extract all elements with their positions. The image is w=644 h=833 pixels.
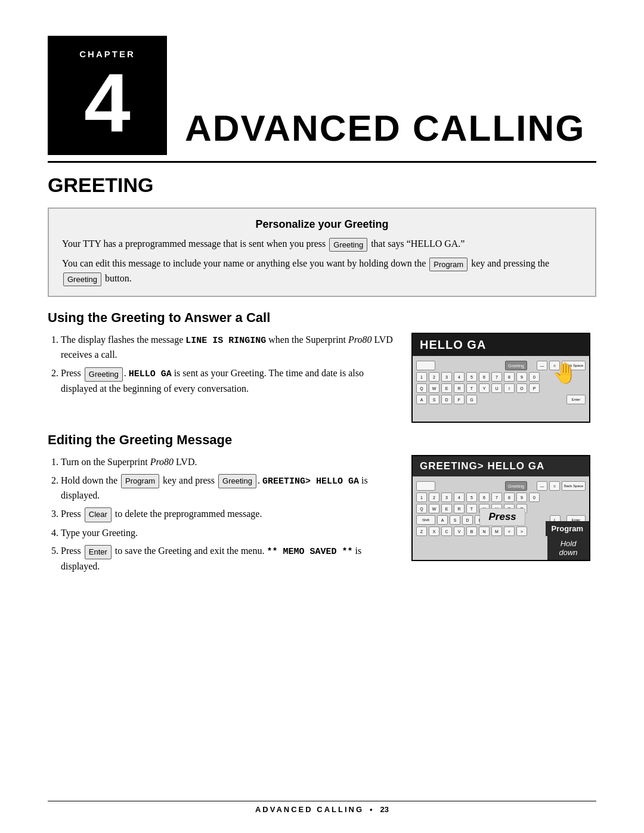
key-6: 6 — [479, 372, 490, 382]
key2-m: M — [491, 527, 502, 536]
key2-a: A — [437, 515, 448, 525]
key2-z: Z — [416, 527, 427, 536]
press-overlay: Press — [479, 508, 525, 526]
key2-4: 4 — [454, 493, 465, 502]
kb-row-3: A S D F G Enter — [416, 395, 586, 404]
key2-8: 8 — [504, 493, 515, 502]
kb-row2-1: 1 2 3 4 5 6 7 8 9 0 — [416, 493, 586, 502]
key2-5: 5 — [466, 493, 477, 502]
key-y: Y — [479, 383, 490, 393]
key-a: A — [416, 395, 427, 404]
program-key-inline: Program — [429, 258, 467, 272]
using-greeting-section: The display flashes the message LINE IS … — [48, 333, 596, 423]
key2-lt: < — [504, 527, 515, 536]
key-3: 3 — [441, 372, 452, 382]
program-label-overlay: Program — [546, 521, 589, 536]
keyboard-body-1: Greeting — = Back Space 1 2 3 4 5 6 — [413, 356, 589, 422]
using-greeting-heading: Using the Greeting to Answer a Call — [48, 310, 596, 326]
footer-content: ADVANCED CALLING • 23 — [48, 805, 596, 814]
hello-ga-screen: HELLO GA — [413, 334, 589, 356]
key2-q: Q — [416, 504, 427, 513]
chapter-title: ADVANCED CALLING — [185, 107, 586, 155]
editing-greeting-text: Turn on the Superprint Pro80 LVD. Hold d… — [48, 455, 395, 580]
footer-title: ADVANCED CALLING — [255, 805, 364, 814]
key-t: T — [466, 383, 477, 393]
key-p: P — [529, 383, 540, 393]
edit-step-4: Type your Greeting. — [61, 526, 395, 541]
key2-r: R — [454, 504, 465, 513]
dash-key2: — — [537, 481, 547, 491]
page: CHAPTER 4 ADVANCED CALLING GREETING Pers… — [0, 0, 644, 833]
key2-x: X — [429, 527, 439, 536]
enter-key: Enter — [566, 395, 586, 404]
editing-greeting-heading: Editing the Greeting Message — [48, 432, 596, 448]
greeting-key-step2b: Greeting — [218, 474, 256, 488]
keyboard-diagram-2: GREETING> HELLO GA Greeting — = Back Spa… — [411, 455, 596, 580]
caps-lock-key — [416, 361, 435, 370]
footer-bullet: • — [370, 805, 374, 814]
caps-lock-key2 — [416, 481, 435, 491]
key-o: O — [516, 383, 527, 393]
key2-s: S — [450, 515, 460, 525]
edit-step-5: Press Enter to save the Greeting and exi… — [61, 544, 395, 574]
key-0: 0 — [529, 372, 540, 382]
edit-step-2: Hold down the Program key and press Gree… — [61, 473, 395, 503]
key2-d: D — [462, 515, 473, 525]
greeting-hello-ga-keyboard: GREETING> HELLO GA Greeting — = Back Spa… — [411, 455, 590, 561]
greeting-key-top: Greeting — [505, 361, 527, 370]
key2-1: 1 — [416, 493, 427, 502]
chapter-number-block: CHAPTER 4 — [48, 36, 167, 155]
clear-key-step3: Clear — [85, 507, 112, 522]
key2-n: N — [479, 527, 490, 536]
step-1: The display flashes the message LINE IS … — [61, 333, 395, 363]
key2-7: 7 — [491, 493, 502, 502]
key-4: 4 — [454, 372, 465, 382]
kb-row2-0: Greeting — = Back Space — [416, 481, 586, 491]
key-2: 2 — [429, 372, 439, 382]
hand-icon-1: 🤚 — [552, 361, 577, 385]
greeting-section-heading: GREETING — [48, 174, 596, 197]
key-s: S — [429, 395, 439, 404]
key2-b: B — [466, 527, 477, 536]
key-g: G — [466, 395, 477, 404]
step-2: Press Greeting. HELLO GA is sent as your… — [61, 366, 395, 396]
chapter-header: CHAPTER 4 ADVANCED CALLING — [48, 36, 596, 155]
greeting-key-top2: Greeting — [505, 481, 527, 491]
key2-9: 9 — [516, 493, 527, 502]
hello-ga-keyboard: HELLO GA Greeting — = Back Space 1 — [411, 333, 590, 423]
greeting-key-step2: Greeting — [85, 367, 123, 382]
line-ringing-text: LINE IS RINGING — [185, 336, 266, 346]
info-box-para2: You can edit this message to include you… — [62, 256, 582, 286]
key-u: U — [491, 383, 502, 393]
edit-step-3: Press Clear to delete the preprogrammed … — [61, 507, 395, 522]
chapter-number: 4 — [84, 61, 131, 145]
enter-key-step5: Enter — [85, 545, 112, 559]
key-w: W — [429, 383, 439, 393]
editing-greeting-section: Turn on the Superprint Pro80 LVD. Hold d… — [48, 455, 596, 580]
greeting-key-inline2: Greeting — [63, 272, 101, 287]
memo-saved-text: ** MEMO SAVED ** — [267, 547, 352, 557]
info-box-para1: Your TTY has a preprogrammed message tha… — [62, 237, 582, 252]
hello-ga-text: HELLO GA — [129, 369, 172, 379]
using-greeting-steps: The display flashes the message LINE IS … — [48, 333, 395, 396]
key2-3: 3 — [441, 493, 452, 502]
info-box-title: Personalize your Greeting — [62, 218, 582, 231]
key2-gt: > — [516, 527, 527, 536]
key2-e: E — [441, 504, 452, 513]
program-key-step2: Program — [121, 474, 159, 488]
key-d: D — [441, 395, 452, 404]
key2-2: 2 — [429, 493, 439, 502]
key2-6: 6 — [479, 493, 490, 502]
footer: ADVANCED CALLING • 23 — [48, 801, 596, 814]
key2-0: 0 — [529, 493, 540, 502]
footer-divider — [48, 801, 596, 801]
keyboard-diagram-1: HELLO GA Greeting — = Back Space 1 — [411, 333, 596, 423]
key2-t: T — [466, 504, 477, 513]
key-8: 8 — [504, 372, 515, 382]
key-e: E — [441, 383, 452, 393]
personalize-info-box: Personalize your Greeting Your TTY has a… — [48, 208, 596, 297]
greeting-hello-ga: GREETING> HELLO GA — [262, 476, 359, 487]
greeting-screen: GREETING> HELLO GA — [413, 456, 589, 476]
key-9: 9 — [516, 372, 527, 382]
dash-key: — — [537, 361, 547, 370]
